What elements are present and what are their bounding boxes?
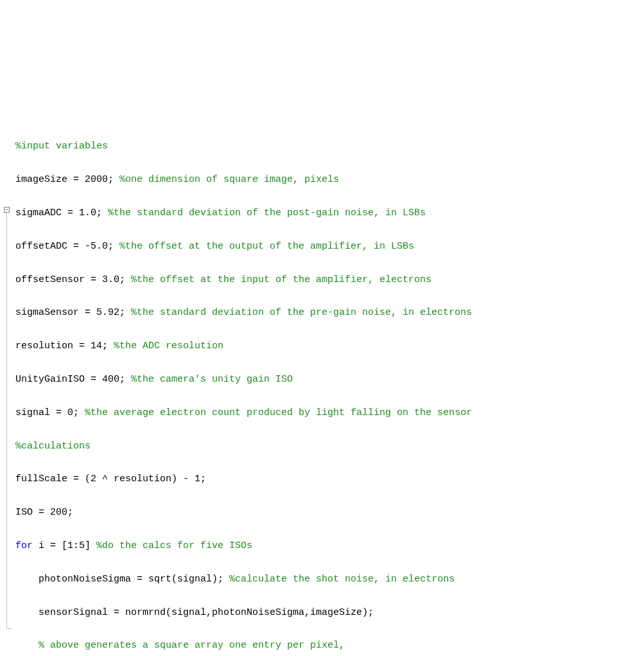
code-token: %do the calcs for five ISOs — [96, 540, 252, 551]
code-token: %calculate the shot noise, in electrons — [229, 574, 455, 585]
code-line: ISO = 200; — [15, 504, 639, 521]
code-token: %the offset at the output of the amplifi… — [119, 241, 414, 252]
code-line: %input variables — [15, 138, 639, 155]
code-line: %calculations — [15, 438, 639, 455]
code-line: % above generates a square array one ent… — [15, 637, 639, 654]
code-line: fullScale = (2 ^ resolution) - 1; — [15, 471, 639, 488]
code-token: %the standard deviation of the post-gain… — [108, 208, 426, 218]
code-line: for i = [1:5] %do the calcs for five ISO… — [15, 538, 639, 554]
code-token: UnityGainISO = 400; — [15, 374, 131, 385]
fold-collapse-icon[interactable] — [4, 207, 10, 213]
code-token: %the offset at the input of the amplifie… — [131, 274, 431, 285]
code-token: %the camera's unity gain ISO — [131, 374, 293, 385]
code-line: imageSize = 2000; %one dimension of squa… — [15, 172, 639, 188]
code-line: sigmaADC = 1.0; %the standard deviation … — [15, 205, 639, 222]
code-line: UnityGainISO = 400; %the camera's unity … — [15, 371, 639, 388]
fold-guide-end — [6, 628, 12, 629]
code-token: sigmaADC = 1.0; — [15, 208, 108, 218]
code-token: imageSize = 2000; — [15, 174, 119, 185]
code-line: offsetSensor = 3.0; %the offset at the i… — [15, 272, 639, 288]
code-token: ISO = 200; — [15, 507, 73, 518]
code-line: photonNoiseSigma = sqrt(signal); %calcul… — [15, 571, 639, 588]
code-token: % above generates a square array one ent… — [39, 640, 345, 651]
code-line: sigmaSensor = 5.92; %the standard deviat… — [15, 305, 639, 321]
code-token: %input variables — [15, 141, 108, 152]
code-token: photonNoiseSigma = sqrt(signal); — [39, 574, 229, 585]
code-block: %input variables imageSize = 2000; %one … — [15, 138, 639, 656]
code-token: fullScale = (2 ^ resolution) - 1; — [15, 474, 206, 484]
code-line: offsetADC = -5.0; %the offset at the out… — [15, 238, 639, 255]
code-token: %calculations — [15, 441, 91, 452]
code-token: sigmaSensor = 5.92; — [15, 307, 131, 318]
code-token: %the average electron count produced by … — [85, 407, 472, 418]
code-line: resolution = 14; %the ADC resolution — [15, 338, 639, 355]
code-token: sensorSignal = normrnd(signal,photonNois… — [39, 607, 374, 618]
fold-guide-line — [6, 213, 7, 628]
code-token: for — [15, 540, 33, 551]
code-token: resolution = 14; — [15, 341, 114, 351]
code-line: sensorSignal = normrnd(signal,photonNois… — [15, 605, 639, 621]
code-token: offsetADC = -5.0; — [15, 241, 119, 252]
code-token: signal = 0; — [15, 407, 85, 418]
code-token: %one dimension of square image, pixels — [119, 174, 339, 185]
code-token: %the ADC resolution — [114, 341, 223, 351]
code-token: %the standard deviation of the pre-gain … — [131, 307, 472, 318]
code-token: offsetSensor = 3.0; — [15, 274, 131, 285]
code-token: i = [1:5] — [33, 540, 96, 551]
code-line: signal = 0; %the average electron count … — [15, 405, 639, 421]
